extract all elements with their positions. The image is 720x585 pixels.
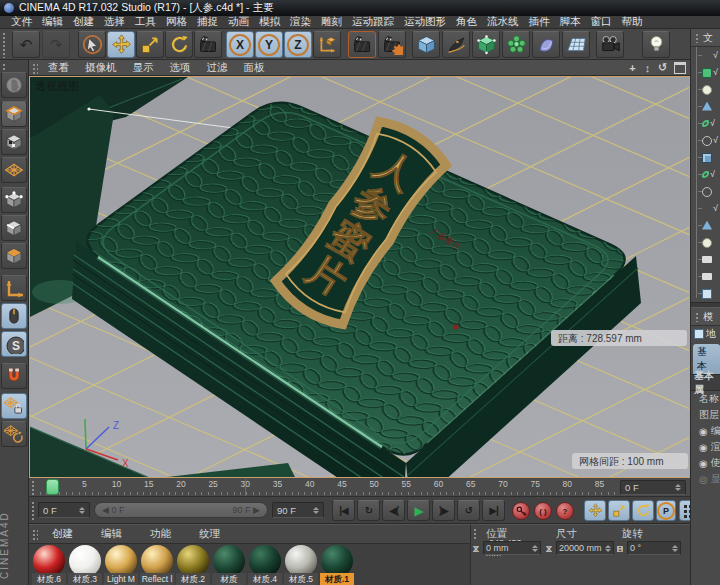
- play-backwards-button[interactable]: ↻: [357, 500, 380, 521]
- menu-item[interactable]: 模拟: [254, 15, 285, 29]
- scale-tool-button[interactable]: [136, 31, 164, 58]
- material-thumbnail[interactable]: Light M: [104, 544, 138, 585]
- material-menu-create[interactable]: 创建: [52, 527, 73, 541]
- edges-mode-button[interactable]: [1, 215, 27, 241]
- object-tree-row[interactable]: √: [693, 115, 720, 132]
- viewport-menu-camera[interactable]: 摄像机: [77, 61, 125, 75]
- polygons-mode-button[interactable]: [1, 243, 27, 269]
- z-axis-lock-button[interactable]: Z: [284, 31, 312, 58]
- model-mode-button[interactable]: [1, 101, 27, 127]
- x-axis-lock-button[interactable]: X: [226, 31, 254, 58]
- texture-mode-button[interactable]: [1, 129, 27, 155]
- object-tree-row[interactable]: [693, 251, 720, 268]
- snap-button[interactable]: S: [1, 331, 27, 357]
- material-menu-edit[interactable]: 编辑: [101, 527, 122, 541]
- object-tree-row[interactable]: √: [693, 47, 720, 64]
- goto-start-button[interactable]: |◀: [332, 500, 355, 521]
- current-frame-stepper[interactable]: [76, 507, 85, 514]
- mograph-button[interactable]: [502, 31, 530, 58]
- dolly-view-icon[interactable]: ↕: [640, 62, 655, 74]
- interface-mode-button[interactable]: [1, 72, 27, 98]
- pan-view-icon[interactable]: +: [625, 62, 640, 74]
- workplane-lock-button[interactable]: [1, 393, 27, 419]
- viewport-menu-filter[interactable]: 过滤: [199, 61, 236, 75]
- render-settings-button[interactable]: [378, 31, 406, 58]
- subdivision-surface-button[interactable]: [472, 31, 500, 58]
- frame-stepper[interactable]: [672, 484, 681, 491]
- timeline-frame-field[interactable]: 0 F: [620, 480, 686, 495]
- material-menu-grip[interactable]: [31, 528, 38, 541]
- coords-grip[interactable]: [472, 527, 478, 539]
- coordinate-system-button[interactable]: [313, 31, 341, 58]
- axis-mode-button[interactable]: [1, 275, 27, 301]
- viewport-menu-panel[interactable]: 面板: [236, 61, 273, 75]
- menu-item[interactable]: 工具: [130, 15, 161, 29]
- add-primitive-button[interactable]: [412, 31, 440, 58]
- material-menu-function[interactable]: 功能: [150, 527, 171, 541]
- goto-end-button[interactable]: ▶|: [482, 500, 505, 521]
- light-button[interactable]: [642, 31, 670, 58]
- object-manager-menu[interactable]: 文: [691, 29, 720, 47]
- undo-button[interactable]: ↶: [12, 31, 40, 58]
- y-axis-lock-button[interactable]: Y: [255, 31, 283, 58]
- viewport-3d-canvas[interactable]: 人 参 蜜 片 人参蜜片 透视视图 距离 : 728.597 mm 网格间距 :…: [29, 76, 690, 478]
- menu-item[interactable]: 脚本: [555, 15, 586, 29]
- menu-item[interactable]: 运动图形: [399, 15, 451, 29]
- material-thumbnail[interactable]: 材质.6: [32, 544, 66, 585]
- menu-item[interactable]: 选择: [99, 15, 130, 29]
- frame-range-slider[interactable]: ◀ 0 F 90 F ▶: [94, 502, 268, 518]
- object-tree-row[interactable]: √: [693, 64, 720, 81]
- rotation-input[interactable]: 0 °: [627, 541, 681, 555]
- orbit-view-icon[interactable]: ↺: [655, 61, 670, 74]
- material-thumbnail[interactable]: 材质: [212, 544, 246, 585]
- toolbar-grip[interactable]: [1, 31, 7, 58]
- material-thumbnail[interactable]: 材质.3: [68, 544, 102, 585]
- viewport-menu-display[interactable]: 显示: [125, 61, 162, 75]
- magnet-snap-button[interactable]: [1, 363, 27, 389]
- viewport-solo-button[interactable]: [1, 303, 27, 329]
- menu-item[interactable]: 角色: [451, 15, 482, 29]
- key-parameter-toggle[interactable]: P: [656, 500, 676, 521]
- object-tree-row[interactable]: [693, 268, 720, 285]
- viewport-menu-grip[interactable]: [31, 62, 38, 74]
- left-palette-grip[interactable]: [1, 62, 7, 70]
- render-view-button[interactable]: [348, 31, 376, 58]
- live-selection-button[interactable]: [78, 31, 106, 58]
- render-visibility-row[interactable]: ◉渲染: [691, 439, 720, 455]
- object-manager-grip[interactable]: [694, 32, 700, 43]
- material-thumbnail[interactable]: 材质.1: [320, 544, 354, 585]
- material-thumbnail[interactable]: Reflect l: [140, 544, 174, 585]
- attribute-manager-grip[interactable]: [694, 311, 700, 322]
- menu-item[interactable]: 插件: [524, 15, 555, 29]
- record-keyframe-button[interactable]: [512, 502, 530, 520]
- menu-item[interactable]: 文件: [6, 15, 37, 29]
- current-frame-field[interactable]: 0 F: [38, 502, 90, 518]
- object-tree-row[interactable]: [693, 183, 720, 200]
- key-rotation-toggle[interactable]: [632, 500, 654, 521]
- menu-item[interactable]: 捕捉: [192, 15, 223, 29]
- play-button[interactable]: ▶: [407, 500, 430, 521]
- basic-properties-header[interactable]: 基本属: [691, 374, 720, 391]
- last-tool-button[interactable]: [194, 31, 222, 58]
- menu-item[interactable]: 网格: [161, 15, 192, 29]
- position-input[interactable]: 0 mm: [483, 541, 541, 555]
- selected-object-row[interactable]: 地: [691, 326, 720, 342]
- value-stepper[interactable]: [529, 545, 538, 552]
- autokey-button[interactable]: ( ): [534, 502, 552, 520]
- value-stepper[interactable]: [669, 545, 678, 552]
- end-frame-field[interactable]: 90 F: [272, 502, 324, 518]
- editor-visibility-row[interactable]: ◉编辑: [691, 423, 720, 439]
- end-frame-stepper[interactable]: [310, 507, 319, 514]
- object-tree-row[interactable]: [693, 98, 720, 115]
- use-color-row[interactable]: ◉使用: [691, 455, 720, 471]
- viewport-menu-options[interactable]: 选项: [162, 61, 199, 75]
- rotate-tool-button[interactable]: [165, 31, 193, 58]
- loop-button[interactable]: ↺: [457, 500, 480, 521]
- menu-item[interactable]: 渲染: [285, 15, 316, 29]
- uv-mesh-mode-button[interactable]: [1, 157, 27, 183]
- object-tree-row[interactable]: [693, 149, 720, 166]
- menu-item[interactable]: 运动跟踪: [347, 15, 399, 29]
- keyframe-selection-button[interactable]: ?: [556, 502, 574, 520]
- menu-item[interactable]: 编辑: [37, 15, 68, 29]
- attribute-manager-menu[interactable]: 模: [691, 308, 720, 326]
